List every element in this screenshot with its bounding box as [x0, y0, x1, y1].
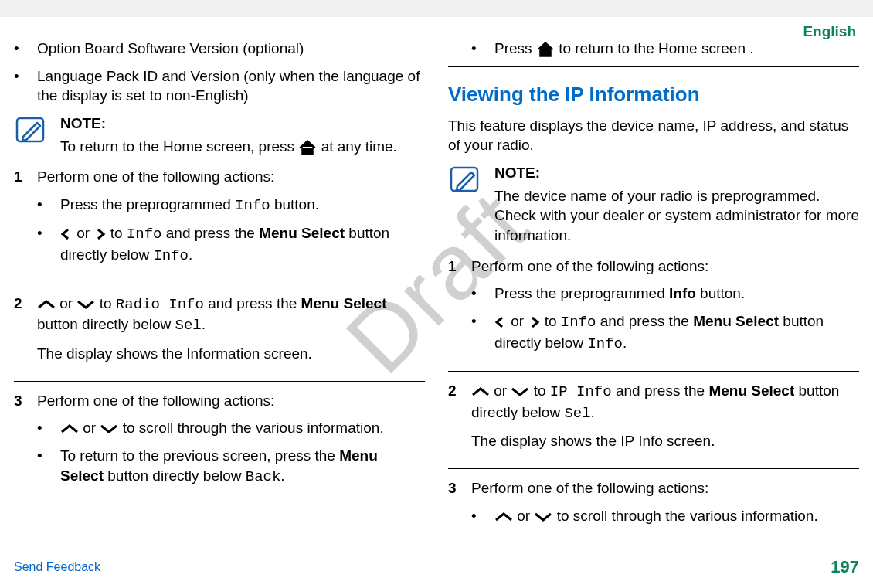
divider	[448, 468, 859, 469]
step-intro: Perform one of the following actions:	[471, 257, 859, 277]
note-block: NOTE: The device name of your radio is p…	[448, 163, 859, 246]
list-item: • Press the preprogrammed Info button.	[37, 195, 425, 216]
step-1: 1 Perform one of the following actions: …	[448, 257, 859, 362]
pencil-note-icon	[14, 114, 48, 144]
step-2: 2 or to IP Info and press the Menu Selec…	[448, 381, 859, 459]
section-intro: This feature displays the device name, I…	[448, 116, 859, 155]
down-arrow-icon	[511, 386, 529, 397]
list-item: • or to Info and press the Menu Select b…	[37, 223, 425, 266]
section-heading: Viewing the IP Information	[448, 81, 859, 108]
left-column: • Option Board Software Version (optiona…	[14, 39, 425, 533]
step-number: 3	[14, 391, 37, 495]
right-arrow-icon	[528, 317, 540, 328]
step-1: 1 Perform one of the following actions: …	[14, 167, 425, 274]
list-item: • or to scroll through the various infor…	[471, 506, 859, 526]
list-item: • Option Board Software Version (optiona…	[14, 39, 425, 59]
divider	[14, 284, 425, 284]
up-arrow-icon	[37, 299, 56, 310]
pencil-note-icon	[448, 163, 482, 194]
note-body: To return to the Home screen, press at a…	[60, 137, 397, 157]
note-block: NOTE: To return to the Home screen, pres…	[14, 114, 425, 156]
divider	[448, 66, 859, 67]
step-2: 2 or to Radio Info and press the Menu Se…	[14, 294, 425, 372]
up-arrow-icon	[494, 512, 513, 522]
home-icon	[298, 140, 317, 155]
body-text: Option Board Software Version (optional)	[37, 39, 304, 59]
step-result: The display shows the IP Info screen.	[471, 431, 859, 451]
bullet-icon: •	[14, 66, 37, 106]
step-intro: Perform one of the following actions:	[471, 478, 859, 498]
left-arrow-icon	[494, 317, 507, 328]
step-3: 3 Perform one of the following actions: …	[448, 478, 859, 533]
step-number: 1	[14, 167, 37, 274]
up-arrow-icon	[471, 386, 490, 397]
step-result: The display shows the Information screen…	[37, 344, 425, 364]
page-number: 197	[831, 556, 859, 579]
step-number: 1	[448, 257, 471, 362]
window-top-bar	[0, 0, 873, 17]
list-item: • To return to the previous screen, pres…	[37, 446, 425, 487]
page-footer: Send Feedback 197	[14, 556, 859, 579]
divider	[14, 381, 425, 382]
note-label: NOTE:	[494, 163, 859, 183]
note-label: NOTE:	[60, 114, 397, 134]
list-item: • Language Pack ID and Version (only whe…	[14, 66, 425, 106]
list-item: • or to Info and press the Menu Select b…	[471, 311, 859, 354]
step-number: 2	[448, 381, 471, 459]
divider	[448, 371, 859, 372]
list-item: • Press the preprogrammed Info button.	[471, 284, 859, 304]
right-column: • Press to return to the Home screen . V…	[448, 39, 859, 533]
down-arrow-icon	[100, 423, 118, 434]
step-3: 3 Perform one of the following actions: …	[14, 391, 425, 495]
right-arrow-icon	[93, 229, 106, 240]
list-item: • Press to return to the Home screen .	[471, 39, 859, 59]
bullet-icon: •	[14, 39, 37, 59]
up-arrow-icon	[60, 423, 79, 434]
down-arrow-icon	[534, 512, 552, 522]
send-feedback-link[interactable]: Send Feedback	[14, 559, 100, 576]
step-intro: Perform one of the following actions:	[37, 167, 425, 187]
step-number: 3	[448, 478, 471, 533]
note-body: The device name of your radio is preprog…	[494, 186, 859, 246]
down-arrow-icon	[76, 299, 95, 310]
list-item: • or to scroll through the various infor…	[37, 418, 425, 438]
step-intro: Perform one of the following actions:	[37, 391, 425, 411]
body-text: Language Pack ID and Version (only when …	[37, 66, 425, 106]
home-icon	[536, 42, 555, 57]
step-number: 2	[14, 294, 37, 372]
page-content: • Option Board Software Version (optiona…	[14, 39, 859, 533]
left-arrow-icon	[60, 229, 73, 240]
